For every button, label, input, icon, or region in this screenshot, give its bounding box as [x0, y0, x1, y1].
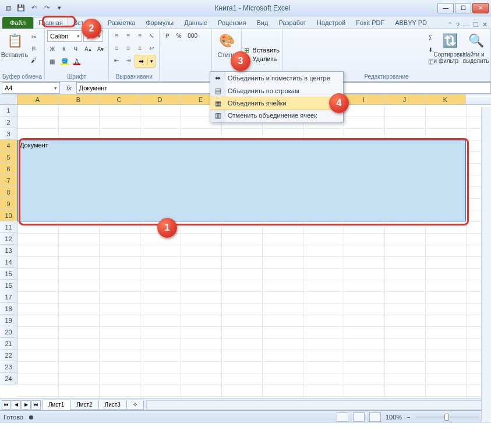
cell-insert-button[interactable]: Вставить	[252, 47, 280, 54]
spreadsheet-grid[interactable]: A B C D E F G H I J K 1 2 3 4 5 6 7 8 9 …	[0, 94, 491, 398]
row-header[interactable]: 4	[0, 140, 17, 151]
doc-close-icon[interactable]: ✕	[482, 21, 488, 29]
cells-area[interactable]: Документ	[17, 105, 491, 398]
row-header[interactable]: 13	[0, 245, 17, 256]
orient-icon[interactable]: ⤡	[146, 30, 157, 41]
tab-data[interactable]: Данные	[179, 17, 213, 29]
underline-button[interactable]: Ч	[70, 44, 81, 54]
row-header[interactable]: 3	[0, 128, 17, 140]
row-header[interactable]: 14	[0, 256, 17, 268]
row-header[interactable]: 22	[0, 350, 17, 361]
sheet-tab-1[interactable]: Лист1	[42, 400, 70, 410]
col-header[interactable]: A	[17, 94, 58, 104]
border-icon[interactable]: ▦	[47, 56, 58, 66]
copy-icon[interactable]: ⎘	[29, 43, 39, 54]
find-select-button[interactable]: 🔍 Найти и выделить	[464, 30, 488, 72]
row-header[interactable]: 17	[0, 291, 17, 303]
merge-across-item[interactable]: ▤Объединить по строкам	[210, 84, 343, 97]
view-normal-icon[interactable]	[337, 412, 348, 422]
maximize-button[interactable]: ☐	[455, 3, 471, 13]
redo-icon[interactable]: ↷	[41, 2, 52, 14]
tab-dev[interactable]: Разработ	[273, 17, 311, 29]
tab-review[interactable]: Рецензия	[213, 17, 252, 29]
row-header[interactable]: 7	[0, 175, 17, 186]
top-align-icon[interactable]: ≡	[111, 30, 122, 41]
row-header[interactable]: 20	[0, 326, 17, 338]
italic-button[interactable]: К	[59, 44, 69, 54]
currency-icon[interactable]: ₽	[162, 30, 172, 41]
left-align-icon[interactable]: ≡	[111, 43, 122, 53]
row-header[interactable]: 8	[0, 186, 17, 198]
row-header[interactable]: 18	[0, 303, 17, 315]
horizontal-scrollbar[interactable]	[146, 400, 489, 410]
col-header[interactable]: B	[58, 94, 99, 104]
cell-delete-button[interactable]: Удалить	[252, 55, 277, 63]
tab-addins[interactable]: Надстрой	[312, 17, 351, 29]
comma-icon[interactable]: 000	[185, 30, 200, 41]
wrap-text-icon[interactable]: ↩	[146, 43, 157, 53]
select-all-corner[interactable]	[0, 94, 17, 105]
unmerge-item[interactable]: ▥Отменить объединение ячеек	[210, 109, 343, 122]
vertical-scrollbar[interactable]	[481, 107, 491, 422]
doc-max-icon[interactable]: ☐	[473, 21, 479, 29]
tab-abbyy[interactable]: ABBYY PD	[390, 17, 432, 29]
view-break-icon[interactable]	[369, 412, 381, 422]
tab-layout[interactable]: Разметка	[103, 17, 141, 29]
mid-align-icon[interactable]: ≡	[123, 30, 133, 41]
row-header[interactable]: 9	[0, 198, 17, 210]
row-header[interactable]: 1	[0, 105, 17, 117]
tab-foxit[interactable]: Foxit PDF	[351, 17, 390, 29]
qat-more-icon[interactable]: ▾	[54, 2, 65, 14]
merge-center-icon[interactable]: ⬌	[135, 58, 148, 65]
shrink-font-icon[interactable]: A▾	[95, 44, 107, 54]
cut-icon[interactable]: ✂	[29, 31, 39, 42]
zoom-slider[interactable]	[415, 416, 479, 418]
row-header[interactable]: 21	[0, 338, 17, 350]
sheet-tab-new-icon[interactable]: ✧	[126, 400, 144, 410]
sheet-nav-last-icon[interactable]: ⏭	[31, 400, 41, 410]
view-layout-icon[interactable]	[353, 412, 365, 422]
paste-button[interactable]: 📋 Вставить	[2, 30, 27, 72]
tab-view[interactable]: Вид	[251, 17, 273, 29]
zoom-out-icon[interactable]: −	[407, 414, 410, 421]
bold-button[interactable]: Ж	[47, 44, 58, 54]
row-header[interactable]: 24	[0, 373, 17, 384]
fill-color-icon[interactable]: 🪣	[59, 56, 70, 66]
merge-cells-item[interactable]: ▦Объединить ячейки	[210, 97, 344, 110]
close-button[interactable]: ✕	[472, 3, 489, 13]
row-header[interactable]: 2	[0, 117, 17, 128]
row-header[interactable]: 10	[0, 210, 17, 221]
row-header[interactable]: 11	[0, 221, 17, 233]
bot-align-icon[interactable]: ≡	[135, 30, 145, 41]
col-header[interactable]: I	[344, 94, 384, 104]
row-header[interactable]: 12	[0, 233, 17, 245]
font-family-combo[interactable]: Calibri	[47, 30, 82, 42]
col-header[interactable]: J	[384, 94, 425, 104]
row-header[interactable]: 19	[0, 315, 17, 326]
sheet-tab-3[interactable]: Лист3	[98, 400, 127, 410]
help-icon[interactable]: ?	[456, 22, 460, 29]
row-header[interactable]: 15	[0, 268, 17, 280]
tab-file[interactable]: Файл	[2, 17, 33, 29]
doc-min-icon[interactable]: —	[463, 22, 469, 29]
row-header[interactable]: 6	[0, 163, 17, 175]
grow-font-icon[interactable]: A▴	[82, 44, 94, 54]
col-header[interactable]: C	[99, 94, 140, 104]
col-header[interactable]: D	[140, 94, 181, 104]
indent-dec-icon[interactable]: ⇤	[111, 55, 122, 65]
undo-icon[interactable]: ↶	[28, 2, 40, 14]
format-painter-icon[interactable]: 🖌	[29, 55, 39, 65]
save-icon[interactable]: 💾	[15, 2, 27, 14]
fx-icon[interactable]: fx	[62, 84, 76, 91]
ribbon-min-icon[interactable]: ⌃	[447, 21, 453, 29]
merge-split-button[interactable]: ⬌ ▾	[135, 55, 156, 68]
merge-center-item[interactable]: ⬌Объединить и поместить в центре	[210, 72, 343, 84]
row-header[interactable]: 23	[0, 361, 17, 373]
row-header[interactable]: 5	[0, 151, 17, 163]
row-header[interactable]: 16	[0, 280, 17, 291]
col-header[interactable]: K	[425, 94, 466, 104]
indent-inc-icon[interactable]: ⇥	[123, 55, 133, 65]
center-align-icon[interactable]: ≡	[123, 43, 133, 53]
name-box[interactable]: A4	[2, 82, 60, 94]
sheet-nav-prev-icon[interactable]: ◀	[12, 400, 21, 410]
